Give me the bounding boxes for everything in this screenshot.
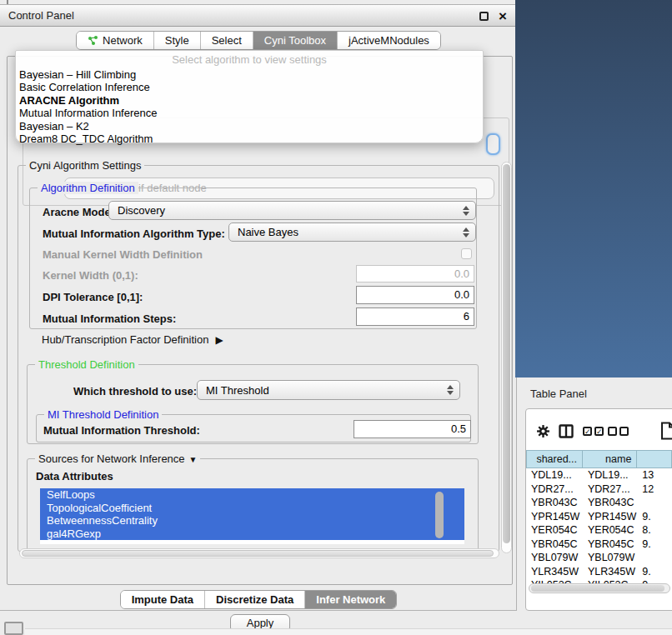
columns-icon[interactable] [559,424,574,442]
table-cell: 8. [637,523,672,538]
settings-horizontal-scrollbar[interactable] [19,548,499,558]
deselect-all-checkboxes-icon[interactable] [608,427,631,442]
mi-threshold-definition-group: MI Threshold Definition Mutual Informati… [36,414,471,442]
kernel-width-field[interactable]: 0.0 [356,265,474,282]
close-icon[interactable]: × [499,6,507,28]
control-panel-window: Control Panel × NetworkStyleSelectCyni T… [0,4,517,611]
table-row[interactable]: YLR345WYLR345W9. [526,565,672,579]
manual-kernel-checkbox[interactable] [461,248,472,259]
data-attribute-option-gal4rgexp[interactable]: gal4RGexp [40,528,464,541]
table-body: YDL19...YDL19...13YDR27...YDR27...12YBR0… [526,468,672,592]
tab-label: Discretize Data [216,593,293,606]
sources-group: Sources for Network Inference▼ Data Attr… [27,458,479,551]
dpi-tolerance-field[interactable]: 0.0 [356,286,474,304]
table-cell [637,551,672,565]
algorithm-option-aracne-algorithm[interactable]: ARACNE Algorithm [16,94,483,107]
algorithm-option-basic-correlation-inference[interactable]: Basic Correlation Inference [16,81,483,93]
control-panel-titlebar[interactable]: Control Panel × [0,5,516,27]
table-row[interactable]: YPR145WYPR145W9. [526,510,672,524]
data-attribute-option-topologicalcoefficient[interactable]: TopologicalCoefficient [40,502,464,515]
sources-title[interactable]: Sources for Network Inference▼ [35,452,200,466]
control-panel-title: Control Panel [8,5,74,27]
algorithm-popup-header: Select algorithm to view settings [16,53,483,68]
column-header-name[interactable]: name [583,450,637,468]
tab-label: Style [165,34,189,47]
network-icon [88,35,98,46]
attributes-list-scrollbar[interactable] [435,492,444,538]
table-row[interactable]: YDL19...YDL19...13 [526,468,672,482]
expand-right-icon[interactable]: ▶ [215,334,223,346]
tab-discretize-data[interactable]: Discretize Data [204,591,304,608]
table-cell: YBR043C [526,496,583,510]
threshold-definition-title: Threshold Definition [35,358,138,371]
settings-vscroll-thumb[interactable] [503,164,510,543]
manual-kernel-label: Manual Kernel Width Definition [43,248,203,261]
float-window-icon[interactable] [479,12,489,21]
mi-type-label: Mutual Information Algorithm Type: [43,228,225,240]
tab-style[interactable]: Style [153,32,200,49]
mi-type-value: Naive Bayes [238,226,298,238]
tab-label: Impute Data [132,593,193,606]
mi-threshold-field[interactable]: 0.5 [354,420,471,438]
column-header-col2[interactable] [637,450,672,468]
table-row[interactable]: YBL079WYBL079W [526,551,672,565]
tab-network[interactable]: Network [77,32,153,49]
data-attribute-option-selfloops[interactable]: SelfLoops [40,488,464,502]
table-row[interactable]: YBR043CYBR043C [526,496,672,510]
algorithm-definition-group: Algorithm Definition Aracne Mode: Discov… [29,188,477,329]
focused-spinner[interactable] [486,133,500,155]
tab-infer-network[interactable]: Infer Network [304,591,396,608]
mi-steps-field[interactable]: 6 [356,308,474,326]
tab-label: Cyni Toolbox [264,34,326,47]
tab-label: jActiveMNodules [349,34,429,47]
which-threshold-combo[interactable]: MI Threshold [197,380,460,400]
table-cell: YBR045C [583,538,637,552]
tab-label: Infer Network [316,593,385,606]
tab-impute-data[interactable]: Impute Data [121,591,204,608]
table-hscroll-thumb[interactable] [531,585,664,592]
algorithm-option-mutual-information-inference[interactable]: Mutual Information Inference [16,107,483,119]
table-cell: YDL19... [526,468,583,482]
hub-section-label: Hub/Transcription Factor Definition [42,333,208,346]
tab-label: Select [212,34,242,47]
table-cell: YBR045C [526,538,583,552]
table-cell: YPR145W [526,510,583,524]
node-table: shared...name YDL19...YDL19...13YDR27...… [526,450,672,592]
collapse-down-icon[interactable]: ▼ [189,455,198,464]
table-horizontal-scrollbar[interactable] [529,583,670,593]
tab-cyni-toolbox[interactable]: Cyni Toolbox [253,32,337,49]
mi-steps-label: Mutual Information Steps: [43,312,176,325]
collapsed-panel-icon[interactable] [4,622,23,635]
new-file-icon[interactable] [660,422,672,443]
table-row[interactable]: YDR27...YDR27...12 [526,482,672,497]
tab-jactivemnodules[interactable]: jActiveMNodules [337,32,440,49]
gear-icon[interactable] [536,424,550,442]
algorithm-option-bayesian-hill-climbing[interactable]: Bayesian – Hill Climbing [16,68,483,81]
control-panel-tabbar: NetworkStyleSelectCyni ToolboxjActiveMNo… [0,31,517,50]
table-cell: YER054C [583,523,637,538]
table-header-row: shared...name [526,450,672,468]
aracne-mode-combo[interactable]: Discovery [108,201,476,220]
table-row[interactable]: YER054CYER054C8. [526,523,672,538]
mi-threshold-label: Mutual Information Threshold: [43,424,200,437]
settings-hscroll-thumb[interactable] [22,550,494,557]
column-header-shared[interactable]: shared... [526,450,583,468]
settings-vertical-scrollbar[interactable] [501,162,512,553]
tab-select[interactable]: Select [200,32,253,49]
cytoscape-desktop: GALGAL80GAL10GAL1GAL11SWI4GAL4GCY1HAP4YH… [515,0,672,378]
table-cell: YDL19... [583,468,637,482]
algorithm-option-dream8-dc-tdc-algorithm[interactable]: Dream8 DC_TDC Algorithm [16,132,483,145]
table-cell: 9. [637,538,672,552]
which-threshold-value: MI Threshold [206,384,269,397]
table-cell: YDR27... [526,482,583,497]
aracne-mode-value: Discovery [118,204,165,217]
select-all-checkboxes-icon[interactable]: ✓✓ [583,427,606,442]
table-row[interactable]: YBR045CYBR045C9. [526,538,672,552]
table-cell: YPR145W [583,510,637,524]
data-attributes-list[interactable]: SelfLoopsTopologicalCoefficientBetweenne… [40,488,464,544]
mi-type-combo[interactable]: Naive Bayes [228,222,476,242]
hub-section-row[interactable]: Hub/Transcription Factor Definition▶ [42,333,223,346]
data-attribute-option-betweennesscentrality[interactable]: BetweennessCentrality [40,514,464,528]
algorithm-option-bayesian-k2[interactable]: Bayesian – K2 [16,120,483,132]
table-cell: 12 [637,482,672,497]
